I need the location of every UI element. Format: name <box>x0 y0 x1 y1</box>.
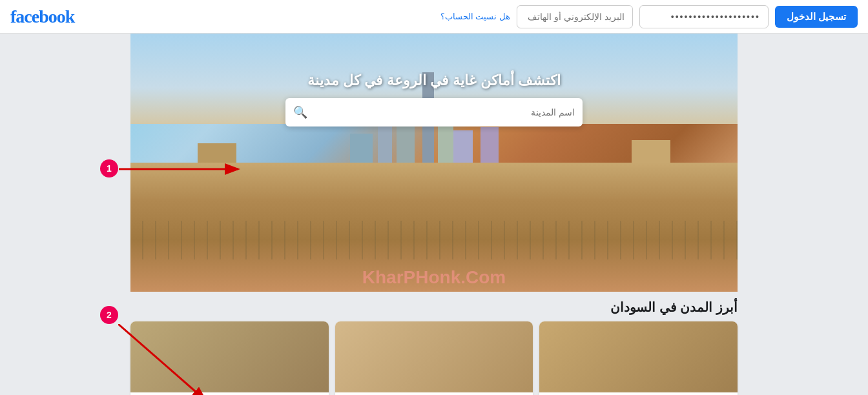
city-image-omdurman <box>335 321 533 392</box>
forgot-account-link[interactable]: هل نسيت الحساب؟ <box>440 12 510 21</box>
city-card-khartoum-bahri[interactable]: الخرطوم بحري <box>130 321 329 395</box>
password-input[interactable] <box>639 5 769 28</box>
city-name-khartoum: الخرطوم <box>539 392 738 395</box>
login-button[interactable]: تسجيل الدخول <box>775 6 858 28</box>
page-wrapper: اكتشف أماكن غاية في الروعة في كل مدينة 🔍… <box>0 34 868 395</box>
navbar: تسجيل الدخول هل نسيت الحساب؟ facebook <box>0 0 868 34</box>
cities-section-title: أبرز المدن في السودان <box>130 299 738 315</box>
city-name-khartoum-bahri: الخرطوم بحري <box>130 392 329 395</box>
search-icon: 🔍 <box>293 105 307 119</box>
navbar-brand: facebook <box>10 6 74 27</box>
email-input[interactable] <box>517 5 633 28</box>
search-bar: 🔍 <box>285 98 583 127</box>
cities-section: أبرز المدن في السودان الخرطوم أم درمان ا… <box>130 292 738 395</box>
hero-section: اكتشف أماكن غاية في الروعة في كل مدينة 🔍… <box>130 34 738 292</box>
city-card-khartoum[interactable]: الخرطوم <box>539 321 738 395</box>
city-image-khartoum-bahri <box>130 321 329 392</box>
city-card-omdurman[interactable]: أم درمان <box>335 321 533 395</box>
bridge <box>130 221 738 259</box>
hero-title: اكتشف أماكن غاية في الروعة في كل مدينة <box>130 72 738 89</box>
hero-container: اكتشف أماكن غاية في الروعة في كل مدينة 🔍… <box>0 34 868 292</box>
city-name-omdurman: أم درمان <box>335 392 533 395</box>
navbar-login-area: تسجيل الدخول هل نسيت الحساب؟ <box>440 5 858 28</box>
facebook-logo: facebook <box>10 6 74 27</box>
city-image-khartoum <box>539 321 738 392</box>
cities-grid: الخرطوم أم درمان الخرطوم بحري <box>130 321 738 395</box>
city-search-input[interactable] <box>311 107 575 117</box>
step-2-indicator: 2 <box>100 306 118 324</box>
step-1-indicator: 1 <box>100 159 118 177</box>
